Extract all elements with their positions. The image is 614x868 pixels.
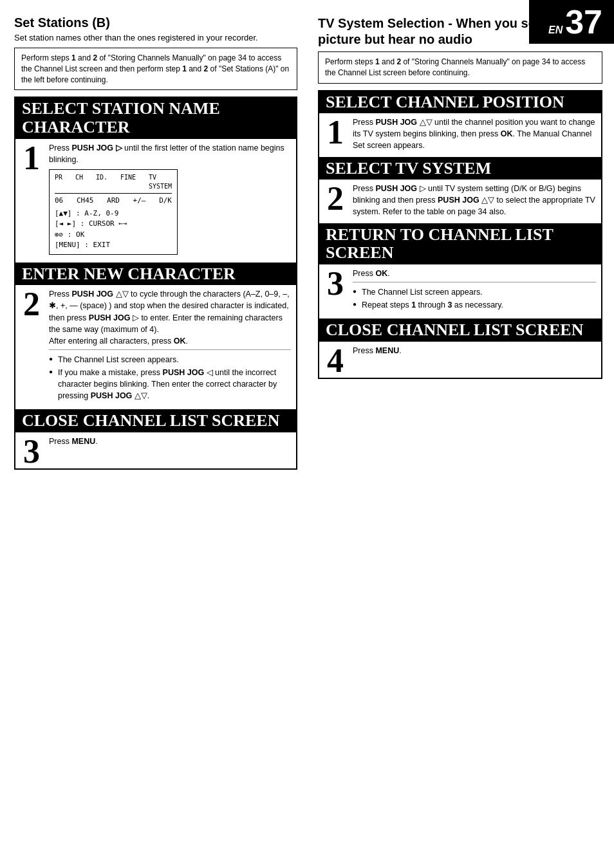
step-2-divider [49,349,291,350]
diagram-val-fine: +/– [133,196,146,206]
right-step-1-number: 1 [319,113,350,149]
right-step-2-body: Press PUSH JOG ▷ until TV system setting… [350,180,601,223]
legend-line-1: [▲▼] : A-Z, 0-9 [55,208,172,219]
right-step-2-number: 2 [319,180,350,216]
left-step-2-number: 2 [15,285,46,321]
diagram-col-ch: CH [75,173,83,192]
right-column: TV System Selection - When you see the p… [309,6,614,479]
right-step-1-row: 1 Press PUSH JOG △▽ until the channel po… [319,113,601,156]
diagram-col-pr: PR [55,173,62,192]
left-section-title: Set Stations (B) [14,15,297,30]
right-step-4: CLOSE CHANNEL LIST SCREEN 4 Press MENU. [319,319,601,378]
right-step-3: RETURN TO CHANNEL LIST SCREEN 3 Press OK… [319,223,601,319]
diagram-val-id: ARD [107,196,120,206]
diagram-col-fine: FINE [120,173,136,192]
right-intro-box: Perform steps 1 and 2 of "Storing Channe… [318,51,602,84]
left-step-1-number: 1 [15,139,46,175]
right-steps-container: SELECT CHANNEL POSITION 1 Press PUSH JOG… [318,90,602,379]
left-step-1-header: SELECT STATION NAME CHARACTER [15,98,296,138]
left-step-3-number: 3 [15,432,46,468]
diagram-col-tv: TVSYSTEM [149,173,172,192]
left-step-2: ENTER NEW CHARACTER 2 Press PUSH JOG △▽ … [15,263,296,410]
right-step-2: SELECT TV SYSTEM 2 Press PUSH JOG ▷ unti… [319,157,601,223]
left-intro-box: Perform steps 1 and 2 of "Storing Channe… [14,48,297,90]
right-step-3-body: Press OK. The Channel List screen appear… [350,264,601,319]
left-steps-container: SELECT STATION NAME CHARACTER 1 Press PU… [14,97,297,470]
left-step-2-header: ENTER NEW CHARACTER [15,263,296,286]
page-number: 37 [565,3,602,41]
left-column: Set Stations (B) Set station names other… [0,6,309,479]
diagram-val-ch: CH45 [77,196,94,206]
en-label: EN [548,24,563,35]
left-step-2-row: 2 Press PUSH JOG △▽ to cycle through the… [15,285,296,409]
left-step-2-body: Press PUSH JOG △▽ to cycle through the c… [46,285,296,409]
main-content: Set Stations (B) Set station names other… [0,0,614,479]
right-step-2-header: SELECT TV SYSTEM [319,158,601,180]
page-header: EN 37 [529,0,614,44]
left-step-3-header: CLOSE CHANNEL LIST SCREEN [15,410,296,432]
right-step-3-divider [353,282,596,282]
left-section-subtitle: Set station names other than the ones re… [14,33,297,42]
right-step-1-body: Press PUSH JOG △▽ until the channel posi… [350,113,601,156]
diagram-top-row: PR CH ID. FINE TVSYSTEM [55,173,172,194]
step-2-bullet-2: If you make a mistake, press PUSH JOG ◁ … [49,367,291,402]
right-step-1: SELECT CHANNEL POSITION 1 Press PUSH JOG… [319,91,601,157]
right-step-4-row: 4 Press MENU. [319,342,601,378]
right-step-2-row: 2 Press PUSH JOG ▷ until TV system setti… [319,180,601,223]
station-diagram: PR CH ID. FINE TVSYSTEM 06 CH45 ARD +/– [49,169,178,255]
right-step-1-header: SELECT CHANNEL POSITION [319,91,601,114]
right-step-4-number: 4 [319,342,350,378]
legend-line-4: [MENU] : EXIT [55,240,172,251]
left-step-1: SELECT STATION NAME CHARACTER 1 Press PU… [15,98,296,262]
right-step-3-number: 3 [319,264,350,300]
diagram-val-system: D/K [159,196,172,206]
step-2-bullet-1: The Channel List screen appears. [49,354,291,365]
right-step-3-bullet-2: Repeat steps 1 through 3 as necessary. [353,299,596,311]
step-2-bullets: The Channel List screen appears. If you … [49,354,291,402]
legend-line-2: [◄ ►] : CURSOR ←→ [55,219,172,230]
left-step-1-row: 1 Press PUSH JOG ▷ until the first lette… [15,139,296,263]
left-step-3-body: Press MENU. [46,432,296,452]
left-step-3: CLOSE CHANNEL LIST SCREEN 3 Press MENU. [15,409,296,468]
left-step-3-row: 3 Press MENU. [15,432,296,468]
right-step-3-bullet-1: The Channel List screen appears. [353,286,596,298]
left-step-1-body: Press PUSH JOG ▷ until the first letter … [46,139,296,263]
right-step-3-row: 3 Press OK. The Channel List screen appe… [319,264,601,319]
right-step-3-header: RETURN TO CHANNEL LIST SCREEN [319,224,601,264]
right-step-4-body: Press MENU. [350,342,601,362]
diagram-legend: [▲▼] : A-Z, 0-9 [◄ ►] : CURSOR ←→ ⊗⊘ : O… [55,208,172,251]
diagram-col-id: ID. [96,173,107,192]
right-step-4-header: CLOSE CHANNEL LIST SCREEN [319,319,601,342]
diagram-val-pr: 06 [55,196,63,206]
diagram-values-row: 06 CH45 ARD +/– D/K [55,196,172,206]
right-step-3-bullets: The Channel List screen appears. Repeat … [353,286,596,311]
legend-line-3: ⊗⊘ : OK [55,230,172,241]
